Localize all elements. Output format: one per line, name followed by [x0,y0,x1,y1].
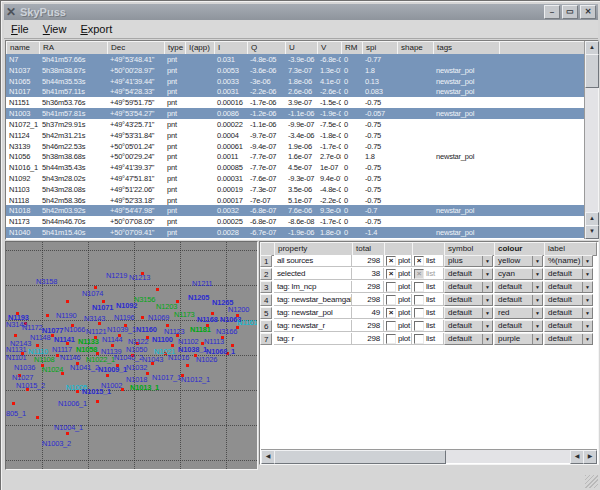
resize-grip[interactable] [585,475,598,488]
property-row[interactable]: 5tag: newstar_pol49×plotlistdefault▼red▼… [260,307,594,320]
prop-header-colour[interactable]: colour [494,242,547,256]
source-label[interactable]: N1003_2 [42,440,71,448]
list-checkbox[interactable] [414,282,424,292]
source-label[interactable]: N1039_1 [107,326,136,334]
colour-dropdown[interactable]: yellow▼ [494,255,543,267]
source-label[interactable]: N1181 [190,326,211,334]
property-row[interactable]: 3tag: lm_ncp298plotlistdefault▼default▼d… [260,281,594,294]
source-label[interactable]: N1144 [102,336,123,344]
source-label[interactable]: N1004_1 [54,424,83,432]
source-label[interactable]: N1168 [197,316,218,324]
symbol-dropdown[interactable]: default▼ [444,320,493,332]
label-dropdown[interactable]: default▼ [544,294,593,306]
symbol-dropdown[interactable]: default▼ [444,294,493,306]
list-checkbox[interactable] [414,321,424,331]
property-row[interactable]: 2selected38×plot×listdefault▼cyan▼defaul… [260,268,594,281]
scroll-left-icon[interactable]: ◀ [261,450,275,464]
close-button[interactable]: ✕ [580,5,596,19]
label-dropdown[interactable]: default▼ [544,320,593,332]
label-dropdown[interactable]: default▼ [544,268,593,280]
colour-dropdown[interactable]: cyan▼ [494,268,543,280]
list-checkbox[interactable] [414,295,424,305]
column-header-dec[interactable]: Dec [107,41,166,55]
colour-dropdown[interactable]: red▼ [494,307,543,319]
plot-checkbox[interactable]: × [386,308,396,318]
table-row[interactable]: N10175h41m57.11s+49°54'28.33"pnt0.0031-2… [6,86,585,97]
source-label[interactable]: N1200 [228,306,249,314]
source-table-vscrollbar[interactable]: ▲ ▲ ▼ [584,41,598,239]
source-label[interactable]: N1012_1 [181,376,210,384]
source-label[interactable]: N1071 [92,304,113,312]
plot-checkbox[interactable]: × [386,269,396,279]
column-header-q[interactable]: Q [247,41,287,55]
source-label[interactable]: N1101 [6,354,27,362]
column-header-ra[interactable]: RA [39,41,109,55]
table-row[interactable]: N10925h43m28.02s+49°47'51.81"pnt0.00031-… [6,173,585,184]
table-row[interactable]: N1072_15h37m29.91s+49°43'25.71"pnt0.0002… [6,119,585,130]
list-checkbox[interactable] [414,334,424,344]
column-header-iapp[interactable]: I(app) [185,41,216,55]
source-label[interactable]: N1066 [64,326,85,334]
colour-dropdown[interactable]: purple▼ [494,333,543,345]
colour-dropdown[interactable]: default▼ [494,294,543,306]
source-label[interactable]: N3156 [134,296,155,304]
source-label[interactable]: N1015_2 [16,382,45,390]
column-header-u[interactable]: U [285,41,319,55]
plot-checkbox[interactable] [386,282,396,292]
table-row[interactable]: N11185h42m58.36s+49°52'33.18"pnt0.00017-… [6,195,585,206]
source-label[interactable]: N1041_2 [70,364,99,372]
column-header-spi[interactable]: spi [362,41,399,55]
source-label[interactable]: N1015_1 [82,388,111,396]
source-label[interactable]: N1113 [204,338,224,346]
prop-header-col4[interactable] [412,242,447,256]
prop-header-total[interactable]: total [352,242,387,256]
hscroll-thumb[interactable] [274,450,446,464]
scroll-up2-icon[interactable]: ▲ [585,212,599,226]
symbol-dropdown[interactable]: default▼ [444,281,493,293]
column-header-tags[interactable]: tags [433,41,501,55]
plot-checkbox[interactable] [386,295,396,305]
source-label[interactable]: N1016 [168,354,189,362]
table-row[interactable]: N11245h42m31.21s+49°53'31.84"pnt0.0004-9… [6,130,585,141]
source-label[interactable]: N1024 [42,366,63,374]
label-dropdown[interactable]: %(name)▼ [544,255,593,267]
source-label[interactable]: N1074 [82,290,103,298]
plot-checkbox[interactable]: × [386,256,396,266]
scroll-up-icon[interactable]: ▲ [585,41,599,55]
source-label[interactable]: N1092 [116,302,137,310]
source-label[interactable]: N1205 [188,294,209,302]
column-header-xx[interactable] [499,41,585,55]
source-label[interactable]: N1040_2 [114,354,143,362]
source-label[interactable]: N1161 [237,319,258,327]
plot-checkbox[interactable] [386,321,396,331]
label-dropdown[interactable]: default▼ [544,333,593,345]
source-label[interactable]: N1196 [114,314,135,322]
source-label[interactable]: N3158 [36,278,57,286]
source-label[interactable]: N1026 [196,356,217,364]
symbol-dropdown[interactable]: plus▼ [444,255,493,267]
colour-dropdown[interactable]: default▼ [494,281,543,293]
property-row[interactable]: 1all sources298×plot×listplus▼yellow▼%(n… [260,255,594,268]
table-row[interactable]: N10565h38m38.68s+50°00'29.24"pnt0.0011-7… [6,151,585,162]
symbol-dropdown[interactable]: default▼ [444,307,493,319]
sky-plot[interactable]: N3158N1219N1213N1211N1074N3156N1205N1265… [5,241,258,470]
symbol-dropdown[interactable]: default▼ [444,333,493,345]
table-row[interactable]: N11515h36m53.76s+49°59'51.75"pnt0.00016-… [6,97,585,108]
table-row[interactable]: N1016_15h44m35.43s+49°41'39.37"pnt0.0008… [6,162,585,173]
property-hscrollbar[interactable]: ◀ ◀ ▶ [261,449,597,463]
source-label[interactable]: N1160 [136,326,157,334]
source-label[interactable]: N1100 [152,336,173,344]
source-label[interactable]: N1148 [30,334,51,342]
source-label[interactable]: N1146 [60,354,81,362]
label-dropdown[interactable]: default▼ [544,307,593,319]
source-label[interactable]: N1017_1 [152,374,181,382]
prop-header-property[interactable]: property [274,242,355,256]
source-label[interactable]: N1141 [54,336,75,344]
source-label[interactable]: N1108 [34,356,55,364]
source-label[interactable]: N1036 [14,364,35,372]
source-label[interactable]: N1009_1 [98,366,127,374]
menu-file[interactable]: File [4,21,36,37]
table-row[interactable]: N10655h44m35.53s+49°41'39.44"pnt0.0033-3… [6,76,585,87]
property-row[interactable]: 6tag: newstar_r298plotlistdefault▼defaul… [260,320,594,333]
prop-header-symbol[interactable]: symbol [444,242,497,256]
